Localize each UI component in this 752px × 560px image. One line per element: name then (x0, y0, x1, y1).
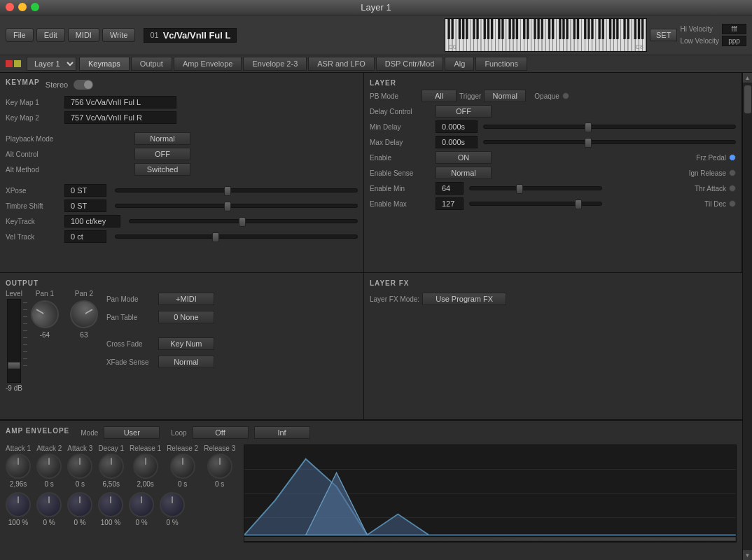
minimize-button[interactable] (18, 3, 27, 11)
file-button[interactable]: File (6, 28, 34, 42)
frz-pedal-label: Frz Pedal (696, 154, 726, 162)
alt-control-value[interactable]: OFF (134, 148, 190, 160)
scroll-thumb[interactable] (744, 85, 751, 113)
tab-output[interactable]: Output (131, 57, 172, 71)
loop-inf-value[interactable]: Inf (254, 426, 310, 439)
alt-method-value[interactable]: Switched (134, 163, 190, 176)
piano-keyboard[interactable]: C0C8 (445, 18, 647, 52)
release3-knob[interactable] (207, 454, 232, 479)
level-fader: Level (6, 290, 22, 392)
attack1-knob[interactable] (6, 454, 31, 479)
lo-velocity-label: Low Velocity (680, 37, 719, 45)
playback-value[interactable]: Normal (134, 132, 190, 145)
keymap2-label: Key Map 2 (6, 114, 62, 122)
release1-knob[interactable] (133, 454, 158, 479)
attack3-knob[interactable] (67, 454, 92, 479)
pbmode-all[interactable]: All (422, 90, 457, 102)
decay1-knob[interactable] (99, 454, 124, 479)
graph-scrollbar[interactable] (244, 536, 736, 542)
frz-pedal-toggle[interactable] (729, 154, 736, 161)
opaque-toggle[interactable] (562, 92, 569, 99)
min-delay-slider[interactable] (483, 125, 736, 129)
edit-button[interactable]: Edit (36, 28, 65, 42)
amp-env-title: AMP ENVELOPE (6, 427, 69, 435)
xpose-value: 0 ST (64, 184, 106, 197)
fader-handle[interactable] (8, 362, 20, 369)
graph-scroll-thumb[interactable] (245, 538, 735, 540)
maximize-button[interactable] (31, 3, 39, 11)
pan-mode-area: Pan Mode +MIDI Pan Table 0 None Cross Fa… (106, 293, 214, 392)
thr-attack-toggle[interactable] (729, 185, 736, 192)
xfade-sense-value[interactable]: Normal (158, 356, 214, 368)
env-knobs-top: Attack 1 2,96s Attack 2 0 s Attack 3 (6, 444, 235, 488)
veltrack-slider[interactable] (115, 234, 358, 239)
tab-asr-and-lfo[interactable]: ASR and LFO (308, 57, 374, 71)
pbmode-normal[interactable]: Normal (484, 90, 526, 102)
svg-rect-70 (516, 19, 518, 39)
svg-rect-73 (534, 19, 536, 39)
layer-panel: LAYER PB Mode All Trigger Normal Opaque … (364, 73, 742, 272)
svg-rect-82 (577, 19, 579, 39)
pan-table-value[interactable]: 0 None (158, 311, 214, 323)
tab-envelope-2-3[interactable]: Envelope 2-3 (243, 57, 307, 71)
tab-keymaps[interactable]: Keymaps (79, 57, 130, 71)
release1-col: Release 1 2,00s (130, 444, 161, 488)
bottom-knob1[interactable] (36, 492, 62, 517)
svg-rect-56 (448, 19, 450, 39)
enable-sense-value[interactable]: Normal (436, 167, 492, 179)
svg-rect-75 (541, 19, 543, 39)
pan1-col: Pan 1 -64 (31, 290, 59, 339)
tab-functions[interactable]: Functions (475, 57, 527, 71)
scroll-down-arrow[interactable]: ▼ (743, 550, 753, 560)
amp-mode-value[interactable]: User (104, 426, 160, 439)
enable-max-slider[interactable] (469, 202, 602, 206)
keymap1-value[interactable]: 756 Vc/Va/VnII Ful L (64, 96, 176, 108)
write-button[interactable]: Write (102, 28, 135, 42)
pan-mode-value[interactable]: +MIDI (158, 293, 214, 305)
max-delay-slider[interactable] (483, 140, 736, 144)
pan2-knob[interactable] (65, 295, 104, 334)
layer-selector[interactable]: Layer 1 (27, 57, 76, 71)
right-scrollbar[interactable]: ▲ ▼ (742, 73, 752, 560)
attack3-col: Attack 3 0 s (67, 444, 92, 488)
bottom-knob3[interactable] (98, 492, 123, 517)
stereo-toggle[interactable] (74, 80, 93, 90)
tab-dsp-cntr/mod[interactable]: DSP Cntr/Mod (376, 57, 444, 71)
bottom-knob0[interactable] (6, 492, 31, 517)
bottom-knob3-col: 100 % (98, 492, 123, 526)
layer-fx-mode-value[interactable]: Use Program FX (422, 293, 506, 305)
bottom-knob2-value: 0 % (74, 519, 85, 526)
delay-control-value[interactable]: OFF (436, 105, 492, 118)
pan1-knob[interactable] (26, 295, 64, 334)
bottom-knob4[interactable] (129, 492, 154, 517)
tab-alg[interactable]: Alg (445, 57, 474, 71)
pan1-value: -64 (40, 331, 50, 339)
decay1-label: Decay 1 (98, 444, 124, 452)
bottom-knob5[interactable] (160, 492, 185, 517)
enable-sense-row: Enable Sense Normal Ign Release (370, 167, 736, 179)
til-dec-toggle[interactable] (729, 200, 736, 207)
enable-min-slider[interactable] (469, 186, 602, 190)
envelope-graph[interactable] (244, 444, 737, 542)
keymap2-value[interactable]: 757 Vc/Va/VnII Ful R (64, 111, 176, 124)
timbre-slider[interactable] (115, 204, 358, 208)
ign-release-toggle[interactable] (729, 169, 736, 176)
fader-track[interactable] (7, 299, 21, 383)
close-button[interactable] (6, 3, 14, 11)
attack2-knob[interactable] (36, 454, 62, 479)
set-button[interactable]: SET (650, 29, 677, 41)
enable-value[interactable]: ON (436, 151, 492, 164)
loop-off-value[interactable]: Off (193, 426, 249, 439)
keytrack-slider[interactable] (129, 219, 358, 223)
bottom-knob2[interactable] (67, 492, 92, 517)
midi-button[interactable]: MIDI (68, 28, 99, 42)
scroll-up-arrow[interactable]: ▲ (743, 73, 753, 83)
svg-rect-92 (627, 19, 629, 39)
release2-knob[interactable] (170, 454, 195, 479)
graph-scroll-track[interactable] (244, 537, 736, 541)
svg-rect-86 (599, 19, 601, 39)
crossfade-value[interactable]: Key Num (158, 337, 214, 350)
tab-amp-envelope[interactable]: Amp Envelope (174, 57, 242, 71)
xpose-slider[interactable] (115, 188, 358, 192)
svg-rect-87 (602, 19, 604, 39)
